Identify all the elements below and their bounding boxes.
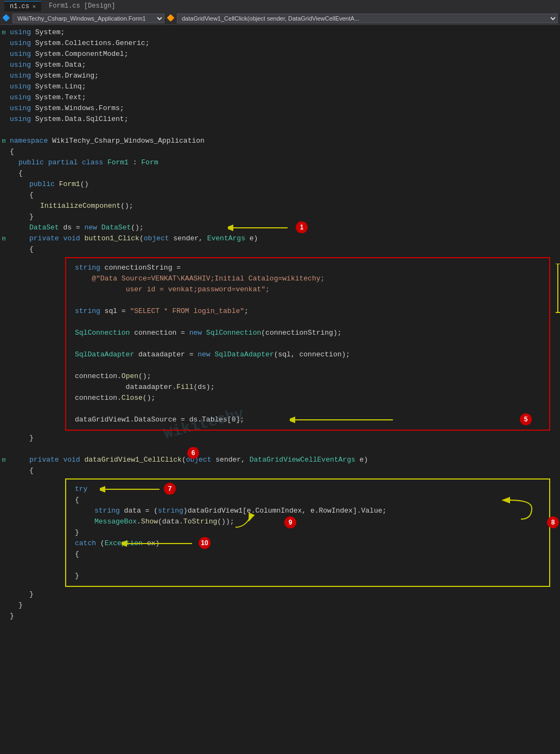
arrow-2-svg — [550, 264, 560, 318]
rb-line7: connection.Open(); — [73, 371, 543, 382]
right-bar-2: 2 — [550, 264, 560, 320]
line-cc-close: } — [0, 589, 560, 600]
line-using-drawing: using System.Drawing; — [0, 71, 560, 81]
line-blank1 — [0, 125, 560, 136]
code-area: Wikitechy ⊟ using System; using System.C… — [0, 25, 560, 624]
title-bar: n1.cs ✕ Form1.cs [Design] — [0, 0, 560, 12]
badge-5: 5 — [520, 413, 532, 425]
rb-sqlconn-row: SqlConnection connection = new SqlConnec… — [73, 328, 543, 338]
rb-line8: dataadapter.Fill(ds); — [73, 382, 543, 393]
yb-catch-blank — [73, 560, 543, 571]
line-class-close: } — [0, 600, 560, 611]
tab-label: n1.cs — [10, 3, 29, 10]
arrow-9-svg — [208, 508, 263, 530]
rb-blank5 — [73, 404, 543, 414]
badge-9: 9 — [284, 516, 296, 528]
line-cc-open: { — [0, 465, 560, 476]
line-ns-close: } — [0, 611, 560, 622]
line-dataset: DataSet ds = new DataSet(); 1 — [0, 222, 560, 233]
yb-try-close: } — [73, 527, 543, 538]
rb-line1: string connectionString = — [73, 263, 543, 273]
line-ctor-open: { — [0, 190, 560, 201]
yb-msgbox-row: MessageBox.Show(data.ToString()); 9 — [73, 516, 543, 527]
line-ctor-close: } — [0, 212, 560, 222]
rb-blank1 — [73, 295, 543, 306]
line-using-data: using System.Data; — [0, 60, 560, 71]
yb-catch-open: { — [73, 549, 543, 560]
line-class-open: { — [0, 168, 560, 179]
rb-line5: SqlConnection connection = new SqlConnec… — [73, 328, 543, 338]
line-using-sqlclient: using System.Data.SqlClient; — [0, 114, 560, 125]
yb-catch-row: catch (Exception ex) 10 — [73, 538, 543, 549]
tab-design-label: Form1.cs [Design] — [49, 2, 115, 10]
tab-n1cs[interactable]: n1.cs ✕ — [4, 1, 41, 11]
rb-line4: string sql = "SELECT * FROM login_table"… — [73, 306, 543, 317]
nav-class-dropdown[interactable]: WikiTechy_Csharp_Windows_Application.For… — [12, 14, 164, 23]
line-class: public partial class Form1 : Form — [0, 157, 560, 168]
yb-catch-close: } — [73, 571, 543, 582]
line-constructor: public Form1() — [0, 179, 560, 190]
red-box-container: 2 string connectionString = @"Data Sourc… — [0, 257, 555, 431]
line-using-componentmodel: using System.ComponentModel; — [0, 49, 560, 60]
line-using-collections: using System.Collections.Generic; — [0, 38, 560, 49]
line-blank2 — [0, 444, 560, 455]
yb-data-row: string data = (string)dataGridView1[e.Co… — [73, 506, 543, 516]
arrow-5-svg — [290, 414, 398, 425]
arrow-10-svg — [122, 538, 198, 549]
line-b1-close: } — [0, 433, 560, 444]
badge-7: 7 — [164, 483, 176, 495]
tab-form1-design[interactable]: Form1.cs [Design] — [43, 1, 120, 11]
nav-icon-right: 🔶 — [167, 14, 175, 22]
arrow-1 — [228, 222, 293, 233]
line-using-forms: using System.Windows.Forms; — [0, 103, 560, 114]
tab-close-icon[interactable]: ✕ — [33, 3, 36, 10]
badge-8: 8 — [547, 516, 559, 528]
yellow-box-container: try 7 { string data = (string)dataGridVi… — [0, 478, 555, 587]
rb-line3: user id = venkat;password=venkat"; — [73, 284, 543, 295]
badge-10: 10 — [199, 537, 211, 549]
line-button1click: ⊟ private void button1_Click(object send… — [0, 233, 560, 244]
rb-blank4 — [73, 360, 543, 371]
red-box: 2 string connectionString = @"Data Sourc… — [65, 257, 550, 431]
rb-line6: SqlDataAdapter dataadapter = new SqlData… — [73, 349, 543, 360]
yb-try-row: try 7 — [73, 484, 543, 495]
rb-line9: connection.Close(); — [73, 393, 543, 404]
line-cellclick: ⊟ private void dataGridView1_CellClick(o… — [0, 455, 560, 465]
rb-open-fill-close: connection.Open(); dataadapter.Fill(ds);… — [73, 371, 543, 404]
yb-msgbox: MessageBox.Show(data.ToString()); — [73, 516, 543, 527]
line-using-linq: using System.Linq; — [0, 81, 560, 92]
rb-sqladapter-row: SqlDataAdapter dataadapter = new SqlData… — [73, 349, 543, 360]
line-namespace: ⊟ namespace WikiTechy_Csharp_Windows_App… — [0, 136, 560, 146]
yellow-box: try 7 { string data = (string)dataGridVi… — [65, 478, 550, 587]
rb-line2: @"Data Source=VENKAT\KAASHIV;Initial Cat… — [73, 273, 543, 284]
line-b1-open: { — [0, 244, 560, 255]
line-minus-using: ⊟ using System; — [0, 27, 560, 38]
rb-blank2 — [73, 317, 543, 328]
rb-datasource-row: dataGridView1.DataSource = ds.Tables[0];… — [73, 414, 543, 425]
nav-method-dropdown[interactable]: dataGridView1_CellClick(object sender, D… — [177, 14, 558, 23]
arrow-7-svg — [100, 484, 165, 495]
line-using-text: using System.Text; — [0, 92, 560, 103]
badge-6: 6 — [187, 447, 199, 459]
nav-bar: 🔷 WikiTechy_Csharp_Windows_Application.F… — [0, 12, 560, 25]
line-ns-open: { — [0, 146, 560, 157]
line-init: InitializeComponent(); — [0, 201, 560, 212]
rb-blank3 — [73, 338, 543, 349]
badge-1: 1 — [296, 221, 308, 233]
nav-icon-left: 🔷 — [2, 14, 10, 22]
